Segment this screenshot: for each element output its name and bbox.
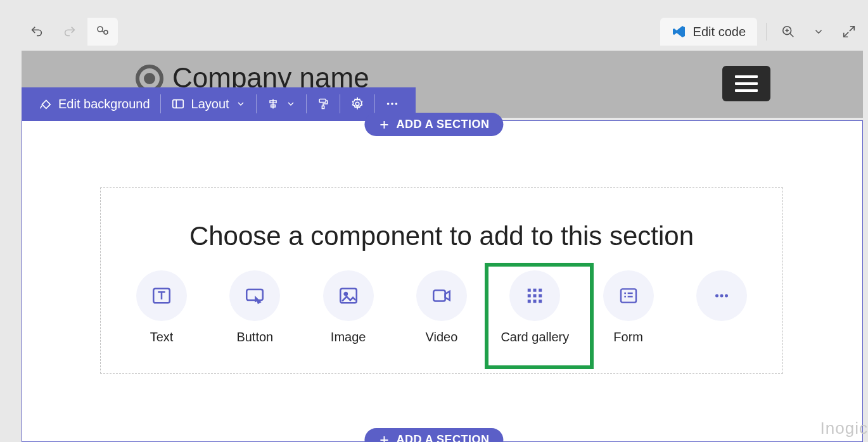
copilot-button[interactable]: [87, 18, 118, 46]
component-card-gallery[interactable]: Card gallery: [490, 270, 579, 344]
component-more[interactable]: [677, 270, 766, 330]
component-label: Form: [613, 330, 643, 344]
separator: [766, 23, 767, 41]
component-label: Image: [331, 330, 366, 344]
component-label: Button: [236, 330, 273, 344]
component-label: Card gallery: [501, 330, 569, 344]
separator: [340, 94, 340, 113]
svg-point-1: [104, 30, 108, 34]
svg-rect-24: [247, 289, 264, 300]
svg-point-15: [355, 102, 359, 106]
svg-rect-8: [172, 100, 183, 108]
picker-title: Choose a component to add to this sectio…: [101, 221, 782, 251]
app-toolbar: Edit code: [22, 18, 868, 46]
image-icon: [323, 270, 374, 321]
edit-code-button[interactable]: Edit code: [660, 18, 757, 46]
edit-toolbar: Edit background Layout: [22, 87, 416, 120]
grid-icon: [509, 270, 560, 321]
paint-roller-icon: [317, 98, 329, 110]
svg-point-18: [395, 103, 397, 105]
zoom-dropdown-icon[interactable]: [806, 18, 831, 46]
align-icon: [267, 98, 279, 110]
svg-rect-13: [319, 99, 326, 103]
plus-icon: [378, 434, 390, 443]
hamburger-menu-button[interactable]: [722, 66, 770, 101]
component-label: Video: [426, 330, 458, 344]
svg-rect-31: [528, 294, 531, 298]
svg-point-26: [344, 293, 347, 295]
svg-point-0: [98, 27, 103, 32]
svg-rect-35: [533, 300, 537, 303]
svg-rect-33: [539, 294, 542, 298]
vscode-icon: [672, 24, 687, 39]
separator: [306, 94, 307, 113]
component-picker: Choose a component to add to this sectio…: [100, 187, 783, 374]
plus-icon: [378, 119, 390, 130]
svg-rect-36: [539, 300, 542, 303]
zoom-in-icon[interactable]: [775, 18, 801, 46]
layout-label: Layout: [191, 97, 229, 111]
settings-button[interactable]: [343, 87, 372, 120]
component-text[interactable]: Text: [117, 270, 206, 344]
component-video[interactable]: Video: [397, 270, 486, 344]
svg-rect-29: [533, 289, 537, 292]
svg-point-43: [720, 294, 723, 298]
align-button[interactable]: [259, 87, 303, 120]
separator: [374, 94, 375, 113]
ellipsis-icon: [385, 97, 399, 111]
component-row: Text Button Image Video: [117, 270, 766, 344]
edit-background-button[interactable]: Edit background: [30, 87, 158, 120]
toolbar-left: [22, 18, 118, 46]
add-section-bottom-button[interactable]: ADD A SECTION: [364, 428, 503, 442]
svg-rect-14: [322, 106, 324, 108]
svg-rect-30: [539, 289, 542, 292]
add-section-top-label: ADD A SECTION: [396, 118, 489, 131]
component-button[interactable]: Button: [210, 270, 299, 344]
svg-line-6: [850, 27, 854, 31]
separator: [160, 94, 161, 113]
watermark: Inogic: [820, 419, 868, 438]
separator: [256, 94, 257, 113]
svg-line-7: [844, 32, 848, 37]
ellipsis-icon: [696, 270, 747, 321]
svg-point-16: [386, 103, 389, 105]
component-label: Text: [150, 330, 174, 344]
chevron-down-icon: [286, 99, 296, 109]
svg-rect-37: [621, 289, 636, 302]
svg-point-17: [391, 103, 393, 105]
undo-button[interactable]: [22, 18, 52, 46]
svg-line-3: [790, 34, 794, 37]
layout-icon: [171, 97, 185, 111]
svg-rect-27: [433, 291, 445, 301]
toolbar-right: Edit code: [660, 18, 862, 46]
video-icon: [416, 270, 467, 321]
chevron-down-icon: [236, 99, 246, 109]
redo-button[interactable]: [54, 18, 85, 46]
add-section-top-button[interactable]: ADD A SECTION: [364, 113, 503, 136]
form-icon: [603, 270, 654, 321]
component-form[interactable]: Form: [584, 270, 673, 344]
svg-point-44: [725, 294, 728, 298]
expand-icon[interactable]: [836, 18, 862, 46]
svg-rect-28: [528, 289, 531, 292]
text-icon: [136, 270, 187, 321]
format-painter-button[interactable]: [309, 87, 337, 120]
edit-code-label: Edit code: [693, 25, 746, 39]
gear-icon: [350, 97, 364, 111]
edit-background-label: Edit background: [58, 97, 150, 111]
svg-point-42: [715, 294, 718, 298]
svg-rect-32: [533, 294, 537, 298]
component-image[interactable]: Image: [304, 270, 393, 344]
svg-rect-34: [528, 300, 531, 303]
add-section-bottom-label: ADD A SECTION: [396, 433, 489, 442]
button-icon: [229, 270, 280, 321]
layout-button[interactable]: Layout: [163, 87, 253, 120]
paint-bucket-icon: [38, 97, 52, 111]
